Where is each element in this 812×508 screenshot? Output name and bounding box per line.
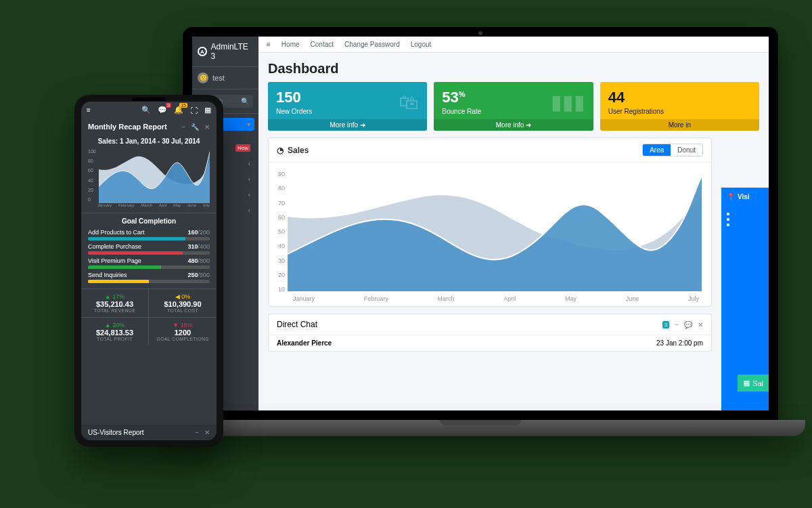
stat-value: $10,390.90 [152, 300, 214, 308]
goal-item: Complete Purchase310/400 [81, 242, 217, 256]
mobile-topbar: ≡ 🔍 💬3 🔔15 ⛶ ▦ [81, 102, 217, 119]
close-icon[interactable]: ✕ [204, 429, 210, 436]
stat-label: TOTAL COST [152, 308, 214, 313]
visitors-title: Visi [738, 193, 750, 200]
chat-name: Alexander Pierce [277, 339, 332, 347]
card-label: New Orders [276, 108, 312, 115]
card-bounce-rate[interactable]: 53% Bounce Rate ▮▮▮ More info ➜ [434, 82, 593, 131]
card-link[interactable]: More info ➜ [434, 119, 593, 131]
goal-item: Send Inquiries250/500 [81, 270, 217, 284]
menu-toggle-icon[interactable]: ≡ [267, 41, 271, 48]
y-axis-ticks: 908070605040302010 [278, 169, 288, 294]
goals-list: Add Products to Cart160/200 Complete Pur… [81, 228, 217, 284]
stat-value: 1200 [152, 329, 214, 337]
topbar-contact[interactable]: Contact [311, 41, 334, 48]
user-name: test [212, 74, 225, 82]
brand-name: AdminLTE 3 [211, 42, 253, 61]
card-value: 53% [442, 89, 481, 106]
btn-area[interactable]: Area [643, 144, 671, 156]
direct-chat-panel: Direct Chat 3 − 💬 ✕ Alexander Pierce 23 … [268, 314, 712, 352]
minus-icon[interactable]: − [675, 321, 679, 329]
topbar: ≡ Home Contact Change Password Logout [258, 37, 769, 53]
sales-panel: ◔Sales Area Donut 908070605040302010 [268, 137, 712, 307]
stat-delta: ▲ 20% [84, 322, 145, 329]
stat-value: $35,210.43 [84, 300, 145, 308]
sales-button[interactable]: ▦Sal [738, 375, 769, 391]
x-axis-ticks: JanuaryFebruaryMarchAprilMayJuneJuly [81, 203, 217, 210]
messages-icon[interactable]: 💬3 [158, 106, 167, 114]
card-new-orders[interactable]: 150 New Orders 🛍 More info ➜ [268, 82, 427, 131]
bars-icon: ▮▮▮ [551, 90, 585, 114]
card-value: 150 [276, 89, 312, 106]
x-axis-ticks: JanuaryFebruaryMarchAprilMayJuneJuly [278, 294, 702, 303]
panel-title: Sales [288, 146, 309, 155]
expand-icon[interactable]: ⛶ [190, 106, 198, 114]
sales-chart: 908070605040302010 JanuaryFebruaryMarchA… [269, 163, 711, 306]
stat-cell: ▲ 17% $35,210.43 TOTAL REVENUE [81, 289, 149, 318]
topbar-change-password[interactable]: Change Password [344, 41, 400, 48]
card-link[interactable]: More in [600, 119, 759, 131]
comments-icon[interactable]: 💬 [684, 321, 692, 329]
stat-delta: ▼ 18% [152, 322, 214, 329]
card-link[interactable]: More info ➜ [268, 119, 427, 131]
search-icon[interactable]: 🔍 [141, 106, 151, 114]
card-label: User Registrations [608, 108, 664, 115]
card-user-registrations[interactable]: 44 User Registrations More in [600, 82, 759, 131]
stat-label: TOTAL PROFIT [84, 337, 145, 341]
arrow-right-icon: ➜ [526, 121, 531, 129]
us-visitors-header: US-Visitors Report −✕ [81, 425, 217, 440]
stat-delta: ◀ 0% [152, 293, 214, 300]
chat-time: 23 Jan 2:00 pm [656, 339, 703, 347]
stat-cell: ▼ 18% 1200 GOAL COMPLETIONS [149, 318, 217, 345]
goal-completion-title: Goal Completion [81, 213, 217, 228]
laptop-screen: A AdminLTE 3 🙂 test 🔍 ▾ New 6‹ ‹ [183, 27, 778, 420]
arrow-right-icon: ➜ [360, 121, 365, 129]
close-icon[interactable]: ✕ [698, 321, 703, 329]
minus-icon[interactable]: − [195, 429, 199, 436]
stat-label: GOAL COMPLETIONS [152, 337, 214, 341]
btn-donut[interactable]: Donut [671, 144, 702, 156]
stat-cards: 150 New Orders 🛍 More info ➜ 53% Bounce … [258, 82, 769, 137]
recap-title: Monthly Recap Report [88, 123, 167, 131]
topbar-home[interactable]: Home [281, 41, 300, 48]
chat-message: Alexander Pierce 23 Jan 2:00 pm [269, 335, 711, 351]
stat-delta: ▲ 17% [84, 293, 145, 300]
close-icon[interactable]: ✕ [204, 123, 210, 131]
card-value: 44 [608, 89, 664, 106]
map-marker-icon: 📍 [727, 193, 735, 200]
avatar-icon: 🙂 [198, 72, 208, 83]
stat-value: $24,813.53 [84, 329, 145, 337]
stat-cell: ◀ 0% $10,390.90 TOTAL COST [149, 289, 217, 318]
grid-icon[interactable]: ▦ [204, 106, 211, 114]
recap-header: Monthly Recap Report − 🔧 ✕ [81, 119, 217, 135]
area-chart-svg [99, 148, 210, 203]
grid-icon: ▦ [743, 379, 750, 387]
stats-grid: ▲ 17% $35,210.43 TOTAL REVENUE ◀ 0% $10,… [81, 289, 217, 345]
pie-chart-icon: ◔ [277, 146, 284, 155]
page-title: Dashboard [258, 53, 769, 82]
wrench-icon[interactable]: 🔧 [191, 123, 199, 131]
brand[interactable]: A AdminLTE 3 [192, 37, 258, 67]
goal-item: Add Products to Cart160/200 [81, 228, 217, 242]
laptop-base [156, 420, 805, 436]
card-label: Bounce Rate [442, 108, 481, 115]
bell-icon[interactable]: 🔔15 [174, 106, 183, 114]
recap-chart: 100806040200 [81, 148, 217, 203]
minus-icon[interactable]: − [181, 123, 185, 131]
main-content: ≡ Home Contact Change Password Logout Da… [258, 37, 769, 410]
chart-toggle: Area Donut [642, 144, 703, 156]
phone-mockup: ≡ 🔍 💬3 🔔15 ⛶ ▦ Monthly Recap Report − 🔧 … [74, 95, 223, 447]
area-chart-svg [288, 169, 702, 291]
app-mobile: ≡ 🔍 💬3 🔔15 ⛶ ▦ Monthly Recap Report − 🔧 … [81, 102, 217, 440]
y-axis-ticks: 100806040200 [88, 148, 99, 203]
brand-logo-icon: A [198, 47, 207, 56]
app-desktop: A AdminLTE 3 🙂 test 🔍 ▾ New 6‹ ‹ [192, 37, 769, 410]
search-icon[interactable]: 🔍 [241, 98, 249, 105]
panel-title: Direct Chat [277, 320, 317, 329]
menu-toggle-icon[interactable]: ≡ [87, 106, 91, 114]
topbar-logout[interactable]: Logout [411, 41, 432, 48]
sales-range: Sales: 1 Jan, 2014 - 30 Jul, 2014 [81, 135, 217, 148]
visitors-dots [727, 213, 763, 226]
stat-cell: ▲ 20% $24,813.53 TOTAL PROFIT [81, 318, 149, 345]
sidebar-user[interactable]: 🙂 test [192, 67, 258, 89]
